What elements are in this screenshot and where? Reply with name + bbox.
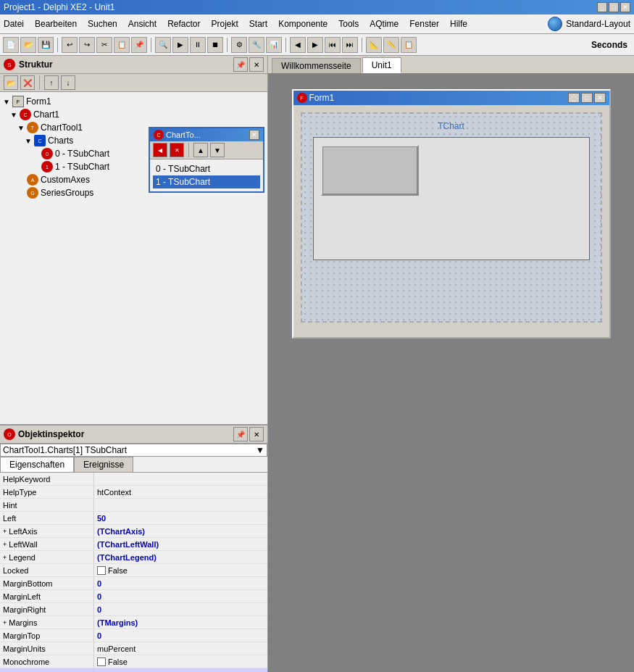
- prop-val-margintop: 0: [97, 631, 101, 640]
- toolbar-btn-new[interactable]: 📄: [3, 37, 19, 53]
- expand-charttool1[interactable]: ▼: [17, 124, 25, 132]
- cw-btn-3[interactable]: ▲: [193, 143, 208, 157]
- menu-item-refactor[interactable]: Refactor: [167, 19, 200, 29]
- menu-item-start[interactable]: Start: [249, 19, 267, 29]
- toolbar-btn-15[interactable]: ◀: [290, 37, 306, 53]
- objinsp-selector-text: ChartTool1.Charts[1] TSubChart: [3, 445, 127, 455]
- tree-label-form1: Form1: [26, 96, 51, 107]
- toolbar-btn-undo[interactable]: ↩: [62, 37, 78, 53]
- prop-val-margins: (TMargins): [97, 618, 138, 627]
- menu-item-projekt[interactable]: Projekt: [211, 19, 238, 29]
- tree-label-subchart1: 1 - TSubChart: [55, 162, 109, 172]
- struktur-icon: S: [4, 59, 15, 70]
- struct-btn-4[interactable]: ↓: [61, 75, 75, 90]
- chart-win-close[interactable]: ✕: [249, 130, 259, 140]
- expand-margins[interactable]: +: [3, 619, 7, 626]
- menu-item-hilfe[interactable]: Hilfe: [450, 19, 467, 29]
- toolbar-btn-18[interactable]: ⏭: [342, 37, 358, 53]
- charttool1-icon: T: [27, 122, 38, 133]
- toolbar-btn-9[interactable]: ▶: [172, 37, 188, 53]
- toolbar-btn-6[interactable]: 📋: [114, 37, 130, 53]
- charts-icon: C: [34, 135, 46, 146]
- cw-btn-1[interactable]: ◀: [153, 143, 167, 157]
- close-btn[interactable]: ✕: [620, 2, 630, 12]
- chart-popup-window[interactable]: C ChartTo... ✕ ◀ ✕ ▲ ▼ 0 - TSubChart: [149, 127, 264, 193]
- cw-separator: [188, 143, 189, 157]
- toolbar-btn-8[interactable]: 🔍: [155, 37, 171, 53]
- toolbar-btn-21[interactable]: 📋: [401, 37, 417, 53]
- form-preview-window[interactable]: F Form1 _ □ ✕ TChart: [292, 89, 611, 339]
- toolbar-btn-14[interactable]: 📊: [266, 37, 282, 53]
- expand-charts[interactable]: ▼: [25, 137, 32, 145]
- customaxes-icon: A: [27, 174, 38, 186]
- prop-val-legend: (TChartLegend): [97, 553, 157, 562]
- expand-leftaxis[interactable]: +: [3, 528, 7, 535]
- toolbar-btn-7[interactable]: 📌: [131, 37, 147, 53]
- tab-willkommensseite[interactable]: Willkommensseite: [272, 58, 361, 73]
- expand-form1[interactable]: ▼: [3, 98, 10, 106]
- objinsp-close-btn[interactable]: ✕: [249, 427, 264, 441]
- objektinspektor-panel: O Objektinspektor 📌 ✕ ChartTool1.Charts[…: [0, 426, 267, 672]
- menu-item-suchen[interactable]: Suchen: [88, 19, 117, 29]
- toolbar-btn-redo[interactable]: ↪: [79, 37, 95, 53]
- prop-row-leftaxis: +LeftAxis (TChartAxis): [0, 525, 267, 538]
- toolbar-btn-20[interactable]: 📏: [383, 37, 399, 53]
- struct-btn-2[interactable]: ❌: [20, 75, 35, 90]
- toolbar-btn-10[interactable]: ⏸: [190, 37, 206, 53]
- form-minimize-btn[interactable]: _: [568, 93, 580, 103]
- toolbar-btn-11[interactable]: ⏹: [207, 37, 223, 53]
- menu-item-tools[interactable]: Tools: [338, 19, 359, 29]
- subchart-preview[interactable]: [321, 145, 419, 196]
- cw-btn-4[interactable]: ▼: [210, 143, 225, 157]
- seriesgroups-icon: G: [27, 187, 38, 199]
- prop-row-left: Left 50: [0, 512, 267, 525]
- toolbar-btn-13[interactable]: 🔧: [249, 37, 264, 53]
- tree-label-charts: Charts: [48, 136, 73, 146]
- objinsp-selector[interactable]: ChartTool1.Charts[1] TSubChart ▼: [0, 444, 267, 457]
- form-close-btn[interactable]: ✕: [594, 93, 606, 103]
- tab-ereignisse[interactable]: Ereignisse: [74, 457, 133, 472]
- maximize-btn[interactable]: □: [609, 2, 619, 12]
- tab-unit1[interactable]: Unit1: [362, 57, 401, 73]
- toolbar-btn-19[interactable]: 📐: [366, 37, 382, 53]
- struct-separator: [39, 75, 40, 90]
- tab-eigenschaften[interactable]: Eigenschaften: [0, 457, 74, 472]
- objinsp-tabs: Eigenschaften Ereignisse: [0, 457, 267, 473]
- menu-item-aqtime[interactable]: AQtime: [370, 19, 399, 29]
- expand-legend[interactable]: +: [3, 554, 7, 561]
- toolbar-btn-17[interactable]: ⏮: [325, 37, 341, 53]
- menu-item-fenster[interactable]: Fenster: [409, 19, 439, 29]
- expand-chart1[interactable]: ▼: [10, 111, 17, 119]
- toolbar-btn-12[interactable]: ⚙: [231, 37, 247, 53]
- struct-btn-3[interactable]: ↑: [44, 75, 59, 90]
- struct-btn-1[interactable]: 📂: [4, 75, 18, 90]
- menu-item-ansicht[interactable]: Ansicht: [128, 19, 157, 29]
- menu-item-komponente[interactable]: Komponente: [278, 19, 328, 29]
- tree-label-customaxes: CustomAxes: [41, 175, 90, 185]
- cw-btn-2[interactable]: ✕: [170, 143, 184, 157]
- tree-item-chart1[interactable]: ▼ C Chart1: [10, 108, 264, 121]
- tree-item-form1[interactable]: ▼ F Form1: [3, 95, 264, 108]
- prop-row-marginunits: MarginUnits muPercent: [0, 642, 267, 655]
- struktur-title: Struktur: [19, 59, 53, 70]
- toolbar-btn-5[interactable]: ✂: [96, 37, 112, 53]
- toolbar-btn-save[interactable]: 💾: [38, 37, 54, 53]
- locked-checkbox[interactable]: [97, 566, 106, 575]
- expand-leftwall[interactable]: +: [3, 541, 7, 548]
- toolbar-btn-16[interactable]: ▶: [307, 37, 323, 53]
- chart-inner-area[interactable]: [313, 137, 590, 260]
- monochrome-checkbox[interactable]: [97, 658, 106, 666]
- menu-item-datei[interactable]: Datei: [4, 19, 24, 29]
- menu-item-bearbeiten[interactable]: Bearbeiten: [35, 19, 77, 29]
- chart-list-item-0[interactable]: 0 - TSubChart: [153, 162, 260, 175]
- minimize-btn[interactable]: _: [597, 2, 607, 12]
- property-grid: HelpKeyword HelpType htContext Hint Left…: [0, 473, 267, 672]
- dropdown-arrow-icon: ▼: [256, 445, 264, 455]
- toolbar-btn-open[interactable]: 📂: [20, 37, 36, 53]
- struktur-pin-btn[interactable]: 📌: [233, 57, 248, 72]
- chart-list-item-1[interactable]: 1 - TSubChart: [153, 175, 260, 188]
- toolbar-separator-2: [151, 38, 151, 52]
- form-maximize-btn[interactable]: □: [581, 93, 593, 103]
- objinsp-pin-btn[interactable]: 📌: [233, 427, 248, 441]
- struktur-close-btn[interactable]: ✕: [249, 57, 264, 72]
